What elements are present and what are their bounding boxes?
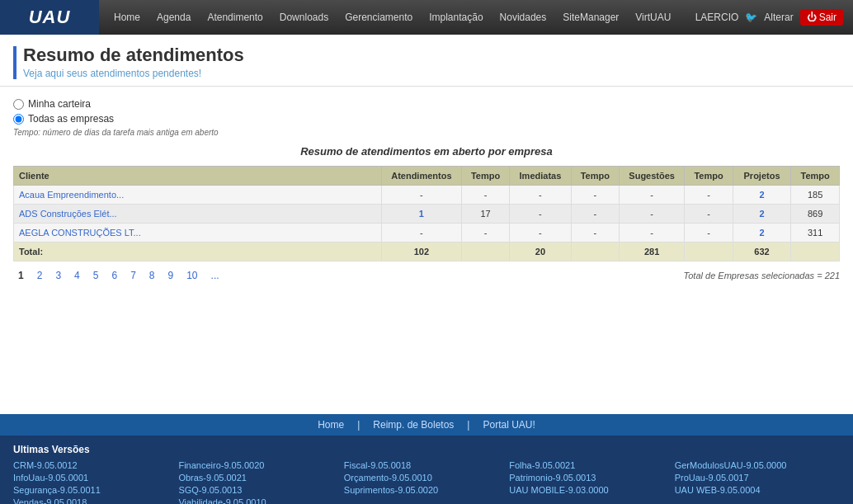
version-viabilidade[interactable]: Viabilidade-9.05.0010 bbox=[178, 497, 337, 504]
version-suprimentos[interactable]: Suprimentos-9.05.0020 bbox=[344, 485, 502, 495]
cell-total-imed: 20 bbox=[510, 243, 571, 261]
version-sgq[interactable]: SGQ-9.05.0013 bbox=[178, 485, 337, 495]
versions-col2: Financeiro-9.05.0020 Obras-9.05.0021 SGQ… bbox=[178, 444, 343, 504]
power-icon: ⏻ bbox=[807, 12, 817, 23]
user-icon: 🐦 bbox=[745, 12, 757, 23]
version-folha[interactable]: Folha-9.05.0021 bbox=[509, 460, 667, 470]
cell-atend: - bbox=[382, 224, 462, 243]
th-projetos: Projetos bbox=[733, 167, 790, 186]
versions-title: Ultimas Versões bbox=[13, 444, 172, 455]
table-header-row: Cliente Atendimentos Tempo Imediatas Tem… bbox=[14, 167, 840, 186]
version-orcamento[interactable]: Orçamento-9.05.0010 bbox=[344, 473, 502, 483]
version-crm[interactable]: CRM-9.05.0012 bbox=[13, 460, 172, 470]
title-accent bbox=[13, 46, 16, 79]
cell-sug: - bbox=[620, 224, 685, 243]
link-cliente[interactable]: AEGLA CONSTRUÇÕES LT... bbox=[19, 228, 141, 238]
th-cliente: Cliente bbox=[14, 167, 382, 186]
nav-links: Home Agenda Atendimento Downloads Gerenc… bbox=[99, 8, 695, 26]
cell-sug: - bbox=[620, 205, 685, 224]
radio-todas-empresas[interactable] bbox=[13, 114, 24, 125]
atendimentos-table: Cliente Atendimentos Tempo Imediatas Tem… bbox=[13, 166, 840, 261]
version-patrimonio[interactable]: Patrimonio-9.05.0013 bbox=[509, 473, 667, 483]
page-link-6[interactable]: 6 bbox=[106, 268, 122, 283]
nav-agenda[interactable]: Agenda bbox=[150, 8, 197, 26]
th-atendimentos: Atendimentos bbox=[382, 167, 462, 186]
nav-implantacao[interactable]: Implantação bbox=[422, 8, 489, 26]
cell-tempo3: - bbox=[685, 224, 733, 243]
table-title: Resumo de atendimentos em aberto por emp… bbox=[13, 145, 840, 158]
nav-novidades[interactable]: Novidades bbox=[493, 8, 554, 26]
nav-virtuau[interactable]: VirtUAU bbox=[629, 8, 677, 26]
page-link-7[interactable]: 7 bbox=[125, 268, 141, 283]
footer-versions: Ultimas Versões CRM-9.05.0012 InfoUau-9.… bbox=[0, 436, 853, 504]
cell-tempo4: 869 bbox=[791, 205, 840, 224]
version-uaumobile[interactable]: UAU MOBILE-9.03.0000 bbox=[509, 485, 667, 495]
cell-tempo4: 185 bbox=[791, 186, 840, 205]
footer-home[interactable]: Home bbox=[318, 419, 344, 431]
nav-downloads[interactable]: Downloads bbox=[273, 8, 335, 26]
alterar-button[interactable]: Alterar bbox=[764, 12, 793, 23]
version-prouau[interactable]: ProUau-9.05.0017 bbox=[675, 473, 833, 483]
page-header: Resumo de atendimentos Veja aqui seus at… bbox=[0, 35, 853, 87]
cell-total-t1 bbox=[461, 243, 510, 261]
sair-button[interactable]: ⏻ Sair bbox=[800, 9, 843, 26]
radio-minha-carteira[interactable] bbox=[13, 99, 24, 110]
th-tempo1: Tempo bbox=[461, 167, 510, 186]
filter-minha-carteira[interactable]: Minha carteira bbox=[13, 98, 840, 110]
cell-total-sug: 281 bbox=[620, 243, 685, 261]
version-germodulos[interactable]: GerModulosUAU-9.05.0000 bbox=[675, 460, 833, 470]
page-link-1[interactable]: 1 bbox=[13, 268, 29, 283]
page-title: Resumo de atendimentos bbox=[23, 45, 244, 66]
filter-area: Minha carteira Todas as empresas Tempo: … bbox=[0, 87, 853, 145]
version-vendas[interactable]: Vendas-9.05.0018 bbox=[13, 497, 172, 504]
version-infouau[interactable]: InfoUau-9.05.0001 bbox=[13, 473, 172, 483]
page-link-2[interactable]: 2 bbox=[32, 268, 48, 283]
page-links: 1 2 3 4 5 6 7 8 9 10 ... bbox=[13, 268, 224, 283]
cell-cliente: ADS Construções Elét... bbox=[14, 205, 382, 224]
page-link-more[interactable]: ... bbox=[206, 268, 224, 283]
cell-sug: - bbox=[620, 186, 685, 205]
nav-atendimento[interactable]: Atendimento bbox=[200, 8, 269, 26]
page-link-5[interactable]: 5 bbox=[88, 268, 104, 283]
footer-portal[interactable]: Portal UAU! bbox=[483, 419, 535, 431]
cell-proj: 2 bbox=[733, 205, 790, 224]
nav-sitemanager[interactable]: SiteManager bbox=[556, 8, 625, 26]
version-fiscal[interactable]: Fiscal-9.05.0018 bbox=[344, 460, 502, 470]
footer-reimp[interactable]: Reimp. de Boletos bbox=[373, 419, 454, 431]
filter-note: Tempo: número de dias da tarefa mais ant… bbox=[13, 128, 840, 137]
th-tempo2: Tempo bbox=[571, 167, 620, 186]
page-link-8[interactable]: 8 bbox=[144, 268, 160, 283]
cell-proj: 2 bbox=[733, 186, 790, 205]
cell-cliente: AEGLA CONSTRUÇÕES LT... bbox=[14, 224, 382, 243]
page-title-bar: Resumo de atendimentos Veja aqui seus at… bbox=[13, 45, 840, 79]
th-tempo4: Tempo bbox=[791, 167, 840, 186]
cell-proj: 2 bbox=[733, 224, 790, 243]
nav-home[interactable]: Home bbox=[107, 8, 147, 26]
title-content: Resumo de atendimentos Veja aqui seus at… bbox=[23, 45, 244, 79]
nav-gerenciamento[interactable]: Gerenciamento bbox=[338, 8, 419, 26]
page-link-10[interactable]: 10 bbox=[181, 268, 202, 283]
version-uauweb[interactable]: UAU WEB-9.05.0004 bbox=[675, 485, 833, 495]
th-imediatas: Imediatas bbox=[510, 167, 571, 186]
table-row: Acaua Empreendimento... - - - - - - 2 18… bbox=[14, 186, 840, 205]
cell-atend: - bbox=[382, 186, 462, 205]
page-link-3[interactable]: 3 bbox=[50, 268, 66, 283]
cell-total-proj: 632 bbox=[733, 243, 790, 261]
cell-total-t3 bbox=[685, 243, 733, 261]
versions-col3: Fiscal-9.05.0018 Orçamento-9.05.0010 Sup… bbox=[344, 444, 509, 504]
version-financeiro[interactable]: Financeiro-9.05.0020 bbox=[178, 460, 337, 470]
cell-tempo2: - bbox=[571, 224, 620, 243]
link-cliente[interactable]: ADS Construções Elét... bbox=[19, 209, 117, 219]
cell-total-atend: 102 bbox=[382, 243, 462, 261]
cell-imed: - bbox=[510, 205, 571, 224]
version-obras[interactable]: Obras-9.05.0021 bbox=[178, 473, 337, 483]
page-link-9[interactable]: 9 bbox=[163, 268, 179, 283]
link-cliente[interactable]: Acaua Empreendimento... bbox=[19, 190, 124, 200]
version-seguranca[interactable]: Segurança-9.05.0011 bbox=[13, 485, 172, 495]
total-row: Total: 102 20 281 632 bbox=[14, 243, 840, 261]
page-link-4[interactable]: 4 bbox=[69, 268, 85, 283]
cell-tempo1: - bbox=[461, 224, 510, 243]
pagination: 1 2 3 4 5 6 7 8 9 10 ... Total de Empres… bbox=[0, 261, 853, 290]
filter-todas-empresas[interactable]: Todas as empresas bbox=[13, 113, 840, 125]
footer: Home | Reimp. de Boletos | Portal UAU! U… bbox=[0, 414, 853, 504]
